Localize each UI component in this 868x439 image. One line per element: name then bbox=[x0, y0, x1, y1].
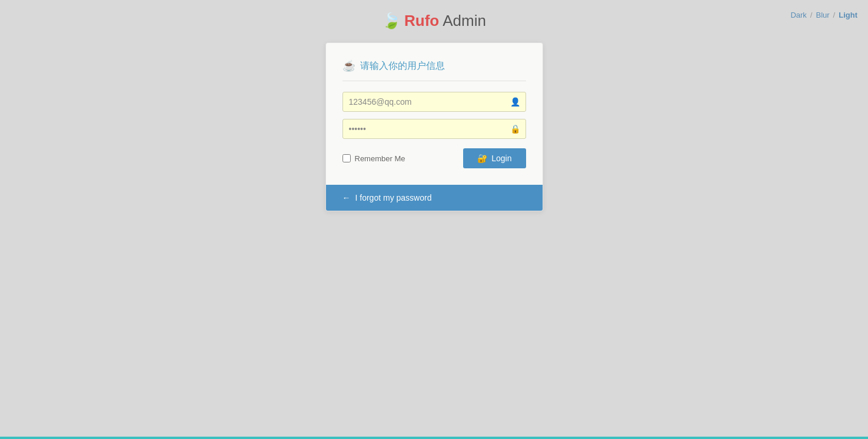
leaf-icon: 🍃 bbox=[382, 12, 401, 30]
password-field[interactable] bbox=[342, 119, 526, 139]
remember-me-label[interactable]: Remember Me bbox=[342, 154, 405, 163]
action-row: Remember Me 🔐 Login bbox=[342, 148, 526, 168]
card-body: ☕ 请输入你的用户信息 👤 🔒 Remember Me 🔐 Login bbox=[326, 43, 543, 185]
theme-blur-link[interactable]: Blur bbox=[816, 11, 829, 19]
forgot-password-link[interactable]: ← I forgot my password bbox=[342, 193, 526, 202]
logo-admin: Admin bbox=[443, 12, 486, 30]
email-field[interactable] bbox=[342, 92, 526, 112]
password-input-row: 🔒 bbox=[342, 119, 526, 139]
remember-text: Remember Me bbox=[355, 154, 405, 163]
coffee-icon: ☕ bbox=[342, 59, 355, 72]
lock-icon: 🔒 bbox=[510, 124, 520, 134]
arrow-icon: ← bbox=[342, 193, 351, 202]
card-footer: ← I forgot my password bbox=[326, 185, 543, 211]
theme-dark-link[interactable]: Dark bbox=[790, 11, 806, 19]
divider-2: / bbox=[833, 11, 836, 19]
login-card: ☕ 请输入你的用户信息 👤 🔒 Remember Me 🔐 Login bbox=[325, 42, 543, 211]
page-logo: 🍃 Rufo Admin bbox=[382, 12, 486, 30]
login-button[interactable]: 🔐 Login bbox=[463, 148, 526, 168]
divider-1: / bbox=[810, 11, 813, 19]
bottom-bar bbox=[0, 437, 868, 439]
theme-light-link[interactable]: Light bbox=[839, 11, 857, 19]
remember-checkbox[interactable] bbox=[342, 154, 351, 162]
login-label: Login bbox=[491, 154, 511, 163]
card-title-text: 请输入你的用户信息 bbox=[360, 60, 445, 72]
card-title: ☕ 请输入你的用户信息 bbox=[342, 59, 526, 81]
email-input-row: 👤 bbox=[342, 92, 526, 112]
forgot-text: I forgot my password bbox=[355, 193, 432, 202]
logo-rufo: Rufo bbox=[404, 12, 439, 30]
key-icon: 🔐 bbox=[477, 154, 487, 163]
theme-switcher: Dark / Blur / Light bbox=[790, 11, 857, 19]
user-icon: 👤 bbox=[510, 97, 520, 107]
